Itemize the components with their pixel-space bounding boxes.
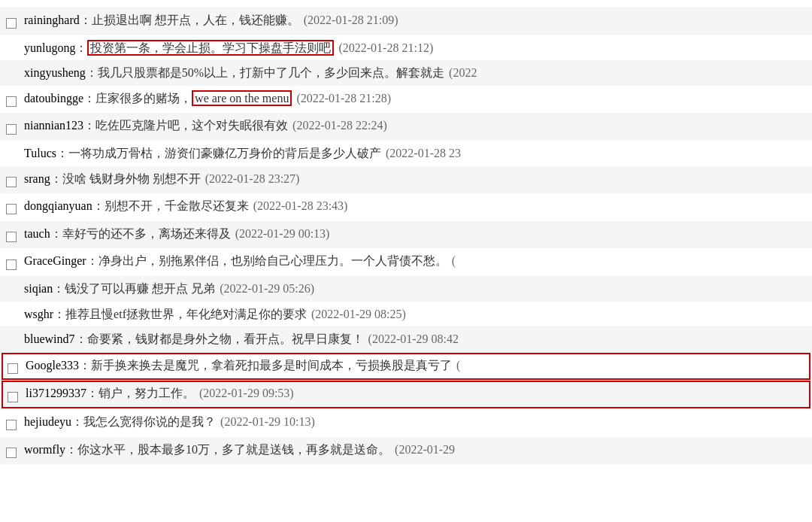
message-content: datoubingge：庄家很多的赌场，we are on the menu(2… [24,89,806,108]
colon: ： [56,147,68,159]
checkbox[interactable] [6,118,21,138]
highlighted-text: we are on the menu [192,90,292,106]
colon: ： [83,119,95,132]
colon: ： [79,359,91,372]
timestamp: (2022-01-28 23:43) [253,199,348,212]
timestamp: (2022-01-28 23:27) [205,172,300,185]
message-text: 你这水平，股本最多10万，多了就是送钱，再多就是送命。 [77,443,390,456]
chat-row: srang：没啥 钱财身外物 别想不开(2022-01-28 23:27) [0,166,812,194]
chat-row: wormfly：你这水平，股本最多10万，多了就是送钱，再多就是送命。(2022… [0,437,812,465]
colon: ： [86,66,98,79]
checkbox[interactable] [6,253,21,273]
chat-row: hejiudeyu：我怎么宽得你说的是我？(2022-01-29 10:13) [0,409,812,437]
message-content: Tulucs：一将功成万骨枯，游资们豪赚亿万身价的背后是多少人破产(2022-0… [24,144,806,163]
colon: ： [92,199,105,212]
message-content: xingyusheng：我几只股票都是50%以上，打新中了几个，多少回来点。解套… [24,63,806,83]
checkbox[interactable] [8,386,23,405]
chat-row: xingyusheng：我几只股票都是50%以上，打新中了几个，多少回来点。解套… [0,60,812,86]
colon: ： [65,443,77,456]
timestamp: (2022-01-29 00:13) [235,227,330,240]
message-content: hejiudeyu：我怎么宽得你说的是我？(2022-01-29 10:13) [24,412,806,432]
message-text: 一将功成万骨枯，游资们豪赚亿万身价的背后是多少人破产 [68,147,381,159]
message-text: 别想不开，千金散尽还复来 [105,199,249,212]
message-text: 没啥 钱财身外物 别想不开 [62,172,201,185]
message-content: Google333：新手换来换去是魔咒，拿着死扣最多是时间成本，亏损换股是真亏了… [26,356,804,375]
username: bluewind7 [24,332,75,345]
message-text: 命要紧，钱财都是身外之物，看开点。祝早日康复！ [87,332,364,345]
message-text: 净身出户，别拖累伴侣，也别给自己心理压力。一个人背债不愁。 [98,254,447,267]
chat-row: yunlugong：投资第一条，学会止损。学习下操盘手法则吧(2022-01-2… [0,35,812,61]
chat-row: tauch：幸好亏的还不多，离场还来得及(2022-01-29 00:13) [0,221,812,249]
checkbox[interactable] [6,199,21,218]
checkbox[interactable] [6,171,21,191]
message-content: tauch：幸好亏的还不多，离场还来得及(2022-01-29 00:13) [24,224,806,244]
timestamp: (2022-01-29 05:26) [220,282,314,295]
username: tauch [24,227,50,240]
timestamp: (2022-01-29 09:53) [199,387,294,399]
timestamp: (2022-01-29 [395,443,455,456]
username: siqian [24,282,53,295]
chat-container: raininghard：止损退出啊 想开点，人在，钱还能赚。(2022-01-2… [0,0,812,472]
checkbox[interactable] [6,91,21,111]
username: srang [24,172,50,185]
checkbox[interactable] [8,358,23,378]
message-text: 销户，努力工作。 [98,387,195,399]
checkbox[interactable] [6,442,21,462]
chat-row: GraceGinger：净身出户，别拖累伴侣，也别给自己心理压力。一个人背债不愁… [0,248,812,276]
chat-row: siqian：钱没了可以再赚 想开点 兄弟(2022-01-29 05:26) [0,276,812,302]
username: GraceGinger [24,254,86,267]
message-text: 我怎么宽得你说的是我？ [83,415,216,428]
checkbox[interactable] [6,226,21,246]
colon: ： [86,254,98,267]
message-text: 我几只股票都是50%以上，打新中了几个，多少回来点。解套就走 [98,66,444,79]
chat-row: Tulucs：一将功成万骨枯，游资们豪赚亿万身价的背后是多少人破产(2022-0… [0,141,812,166]
username: dongqianyuan [24,199,92,212]
timestamp: ( [452,254,456,267]
chat-row: Google333：新手换来换去是魔咒，拿着死扣最多是时间成本，亏损换股是真亏了… [2,353,810,381]
colon: ： [53,282,65,295]
username: hejiudeyu [24,415,71,428]
chat-row: dongqianyuan：别想不开，千金散尽还复来(2022-01-28 23:… [0,193,812,221]
message-content: bluewind7：命要紧，钱财都是身外之物，看开点。祝早日康复！(2022-0… [24,329,806,349]
colon: ： [53,308,65,320]
username: xingyusheng [24,66,86,79]
chat-row: wsghr：推荐且慢etf拯救世界，年化绝对满足你的要求(2022-01-29 … [0,302,812,327]
username: Google333 [26,359,79,372]
timestamp: (2022-01-28 23 [386,147,461,159]
colon: ： [86,387,98,399]
username: Tulucs [24,147,56,159]
message-text: 新手换来换去是魔咒，拿着死扣最多是时间成本，亏损换股是真亏了 [91,359,452,372]
message-content: yunlugong：投资第一条，学会止损。学习下操盘手法则吧(2022-01-2… [24,38,806,58]
message-text: 止损退出啊 想开点，人在，钱还能赚。 [92,14,299,26]
timestamp: (2022-01-28 21:12) [338,41,433,54]
message-content: srang：没啥 钱财身外物 别想不开(2022-01-28 23:27) [24,169,806,189]
message-content: dongqianyuan：别想不开，千金散尽还复来(2022-01-28 23:… [24,196,806,216]
timestamp: (2022-01-29 08:42 [368,332,459,345]
checkbox[interactable] [6,414,21,434]
username: wsghr [24,308,53,320]
message-content: raininghard：止损退出啊 想开点，人在，钱还能赚。(2022-01-2… [24,11,806,30]
colon: ： [50,172,62,185]
message-content: li371299337：销户，努力工作。(2022-01-29 09:53) [26,384,804,403]
checkbox[interactable] [6,13,21,32]
message-content: GraceGinger：净身出户，别拖累伴侣，也别给自己心理压力。一个人背债不愁… [24,251,806,271]
colon: ： [83,92,95,105]
username: niannian123 [24,119,83,132]
timestamp: (2022-01-28 21:09) [304,14,398,26]
message-content: siqian：钱没了可以再赚 想开点 兄弟(2022-01-29 05:26) [24,279,806,299]
timestamp: (2022-01-29 08:25) [311,308,406,320]
chat-row: niannian123：吃佐匹克隆片吧，这个对失眠很有效(2022-01-28 … [0,113,812,141]
colon: ： [50,227,62,240]
username: raininghard [24,14,80,26]
message-text: 吃佐匹克隆片吧，这个对失眠很有效 [95,119,288,132]
chat-row: li371299337：销户，努力工作。(2022-01-29 09:53) [2,381,810,408]
message-content: niannian123：吃佐匹克隆片吧，这个对失眠很有效(2022-01-28 … [24,116,806,135]
chat-row: datoubingge：庄家很多的赌场，we are on the menu(2… [0,86,812,114]
colon: ： [71,415,83,428]
message-text: 推荐且慢etf拯救世界，年化绝对满足你的要求 [65,308,307,320]
username: li371299337 [26,387,86,399]
chat-row: raininghard：止损退出啊 想开点，人在，钱还能赚。(2022-01-2… [0,8,812,35]
colon: ： [75,332,87,345]
message-content: wsghr：推荐且慢etf拯救世界，年化绝对满足你的要求(2022-01-29 … [24,305,806,324]
message-text: 投资第一条，学会止损。学习下操盘手法则吧 [87,40,334,56]
